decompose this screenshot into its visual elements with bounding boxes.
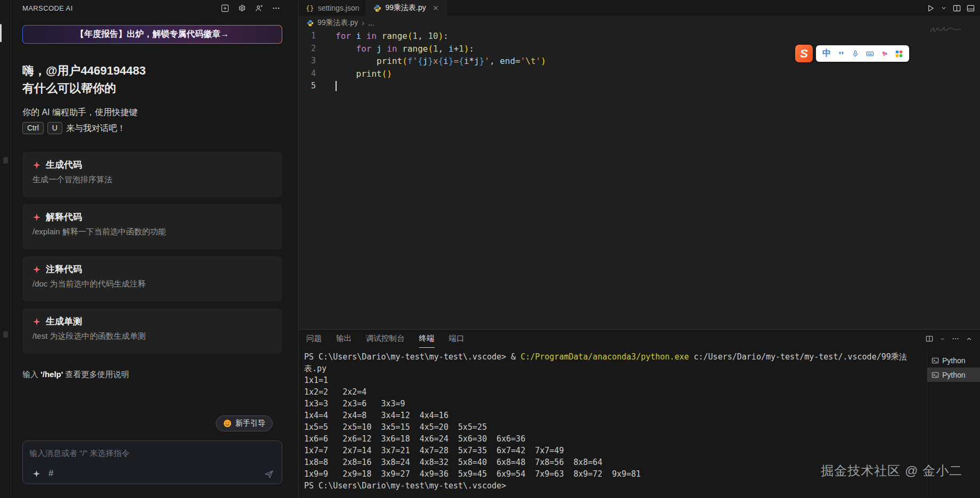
line-number[interactable]: 2 xyxy=(299,43,316,55)
terminal-instance-python[interactable]: Python xyxy=(927,353,980,368)
terminal-line: 1x5=5 2x5=10 3x5=15 4x5=20 5x5=25 xyxy=(304,421,927,433)
activity-bar xyxy=(0,0,11,498)
juejin-watermark: 掘金技术社区 @ 金小二 xyxy=(821,462,962,479)
greeting: 嗨，@用户4469194483 有什么可以帮你的 xyxy=(22,62,146,97)
ime-toolbar: 中 xyxy=(816,45,909,62)
new-chat-icon[interactable] xyxy=(221,4,229,12)
terminal-line: PS C:\Users\Dario\my-test\my-test\.vscod… xyxy=(304,351,927,363)
line-number[interactable]: 5 xyxy=(299,80,316,93)
terminal-icon xyxy=(932,357,939,364)
tab-label: settings.json xyxy=(318,4,360,12)
panel-more-icon[interactable] xyxy=(952,335,959,342)
terminal-instance-label: Python xyxy=(942,371,966,379)
more-actions-icon[interactable] xyxy=(272,4,280,12)
greeting-line1: 嗨，@用户4469194483 xyxy=(22,62,146,79)
banner-text: 【年度报告】出炉，解锁专属代码徽章→ xyxy=(23,26,282,43)
card-desc: /test 为这段选中的函数生成单测 xyxy=(32,331,272,341)
help-suffix: 查看更多使用说明 xyxy=(63,370,129,379)
code-text: for j in range(1, i+1): xyxy=(336,43,474,55)
python-file-icon xyxy=(307,20,314,27)
code-line[interactable]: 1for i in range(1, 10): xyxy=(299,30,980,43)
breadcrumb-file[interactable]: 99乘法表.py xyxy=(317,18,358,28)
context-hash-button[interactable]: # xyxy=(48,468,53,479)
card-title: 生成代码 xyxy=(46,160,82,170)
panel-tab-ports[interactable]: 端口 xyxy=(449,330,464,348)
invite-user-icon[interactable] xyxy=(255,4,263,12)
code-text xyxy=(336,80,337,93)
chat-composer[interactable]: # xyxy=(22,440,282,484)
card-desc: /explain 解释一下当前选中函数的功能 xyxy=(32,227,272,236)
activity-mark xyxy=(3,157,8,164)
punctuation-icon[interactable] xyxy=(838,50,845,57)
tab-multiplication-py[interactable]: 99乘法表.py xyxy=(366,0,446,16)
annual-report-banner[interactable]: 【年度报告】出炉，解锁专属代码徽章→ xyxy=(22,25,282,44)
card-title: 生成单测 xyxy=(46,316,82,327)
terminal-dropdown-chevron-icon[interactable] xyxy=(940,336,945,342)
json-file-icon: {} xyxy=(306,4,314,12)
virtual-keyboard-icon[interactable] xyxy=(866,50,874,58)
microphone-icon[interactable] xyxy=(852,50,859,58)
terminal-instance-python-selected[interactable]: Python xyxy=(927,368,980,382)
maximize-panel-chevron-icon[interactable] xyxy=(966,336,973,342)
chat-input[interactable] xyxy=(29,446,275,459)
help-command: '/help' xyxy=(40,370,63,379)
customize-layout-icon[interactable] xyxy=(967,4,975,12)
chinese-mode-button[interactable]: 中 xyxy=(822,48,831,59)
tab-label: 99乘法表.py xyxy=(385,3,426,13)
code-text: print(f'{j}x{i}={i*j}', end='\t') xyxy=(336,55,546,68)
sogou-ime-toolbar: S 中 xyxy=(795,45,909,62)
card-generate-unittest[interactable]: 生成单测 /test 为这段选中的函数生成单测 xyxy=(22,308,282,354)
run-python-icon[interactable] xyxy=(927,4,935,12)
panel-tab-bar: 问题 输出 调试控制台 终端 端口 xyxy=(299,330,980,348)
skin-emoji-icon[interactable] xyxy=(881,50,888,58)
code-text: print() xyxy=(336,68,392,80)
card-comment-code[interactable]: 注释代码 /doc 为当前选中的代码生成注释 xyxy=(22,256,282,301)
run-dropdown-chevron-icon[interactable] xyxy=(941,5,947,11)
terminal-line: 1x7=7 2x7=14 3x7=21 4x7=28 5x7=35 6x7=42… xyxy=(304,445,927,456)
code-line[interactable]: 4 print() xyxy=(299,68,980,80)
line-number[interactable]: 1 xyxy=(299,30,316,43)
editor-tab-bar: {} settings.json 99乘法表.py xyxy=(299,0,980,16)
panel-title: MARSCODE AI xyxy=(22,4,73,12)
panel-tab-debug-console[interactable]: 调试控制台 xyxy=(366,330,405,348)
close-icon[interactable] xyxy=(432,4,439,12)
panel-tab-terminal[interactable]: 终端 xyxy=(419,330,435,348)
terminal-line: 1x1=1 xyxy=(304,374,927,386)
code-line[interactable]: 5 xyxy=(299,80,980,93)
tab-settings-json[interactable]: {} settings.json xyxy=(299,0,366,16)
activity-mark xyxy=(3,331,8,338)
split-terminal-icon[interactable] xyxy=(926,335,933,342)
editor-cursor xyxy=(336,81,337,91)
panel-tab-problems[interactable]: 问题 xyxy=(306,330,322,348)
send-icon[interactable] xyxy=(264,469,274,479)
card-explain-code[interactable]: 解释代码 /explain 解释一下当前选中函数的功能 xyxy=(22,204,282,249)
terminal-line: PS C:\Users\Dario\my-test\my-test\.vscod… xyxy=(304,480,927,492)
key-ctrl: Ctrl xyxy=(22,122,44,134)
panel-actions xyxy=(926,330,973,348)
line-number[interactable]: 3 xyxy=(299,55,316,68)
editor-actions xyxy=(927,0,980,16)
intro-line2-suffix: 来与我对话吧！ xyxy=(66,121,126,135)
breadcrumb-more[interactable]: ... xyxy=(368,19,374,27)
editor-region: {} settings.json 99乘法表.py 99乘法表.py › ...… xyxy=(299,0,980,329)
line-number[interactable]: 4 xyxy=(299,68,316,80)
sogou-logo-icon[interactable]: S xyxy=(795,45,813,62)
active-view-indicator xyxy=(0,24,2,42)
card-title: 解释代码 xyxy=(46,212,82,223)
guide-button-label: 新手引导 xyxy=(235,419,265,428)
marscode-ai-panel: MARSCODE AI 【年度报告】出炉，解锁专属代码徽章→ 嗨，@用户4469… xyxy=(11,0,299,498)
panel-header: MARSCODE AI xyxy=(11,0,298,16)
split-editor-icon[interactable] xyxy=(953,4,961,12)
panel-tab-output[interactable]: 输出 xyxy=(336,330,352,348)
help-prefix: 输入 xyxy=(22,370,40,379)
sparkle-icon xyxy=(32,161,41,169)
card-desc: 生成一个冒泡排序算法 xyxy=(32,175,272,184)
card-generate-code[interactable]: 生成代码 生成一个冒泡排序算法 xyxy=(22,152,282,197)
card-desc: /doc 为当前选中的代码生成注释 xyxy=(32,279,272,289)
settings-gear-icon[interactable] xyxy=(238,4,246,12)
help-hint: 输入 '/help' 查看更多使用说明 xyxy=(22,370,129,380)
ai-sparkle-icon[interactable] xyxy=(32,470,40,478)
quick-action-cards: 生成代码 生成一个冒泡排序算法 解释代码 /explain 解释一下当前选中函数… xyxy=(22,152,282,361)
toolbox-grid-icon[interactable] xyxy=(895,50,903,58)
beginner-guide-button[interactable]: 新手引导 xyxy=(216,415,273,431)
